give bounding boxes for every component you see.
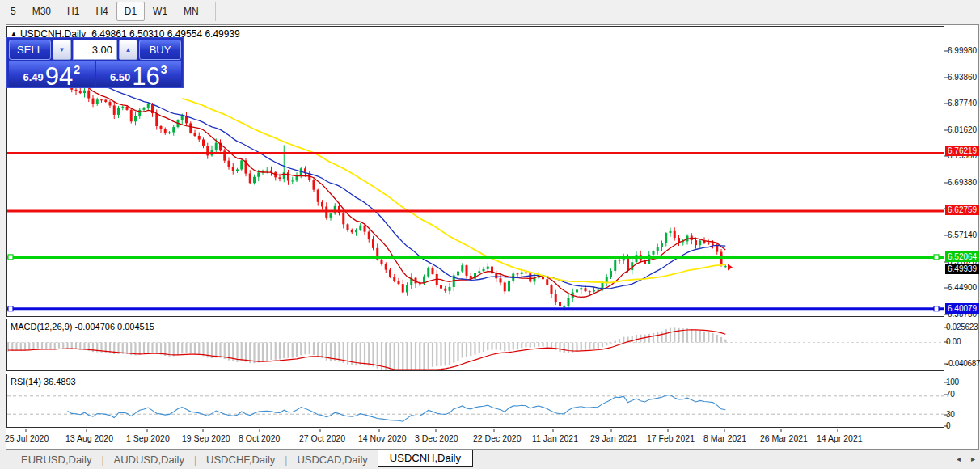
date-axis-label: 22 Dec 2020: [473, 433, 522, 443]
rsi-pane-border: [7, 374, 944, 428]
level-handle: [8, 306, 13, 311]
volume-input[interactable]: [73, 40, 117, 60]
tab-usdcad[interactable]: USDCAD,Daily: [287, 451, 377, 468]
date-axis-label: 1 Sep 2020: [126, 433, 170, 443]
macd-axis-label: 0.025623: [946, 323, 978, 332]
date-axis-label: 8 Mar 2021: [703, 433, 746, 443]
date-axis-label: 25 Jul 2020: [5, 433, 49, 443]
buy-quote-button[interactable]: 6.50163: [96, 61, 182, 87]
price-level-label: 6.76219: [945, 146, 979, 156]
level-handle: [8, 255, 13, 260]
rsi-axis-label: 100: [946, 378, 959, 387]
mt4-window: 5M30H1H4D1W1MN ▲USDCNH,Daily6.49861 6.50…: [0, 0, 980, 469]
rsi-axis-label: 0: [946, 421, 950, 430]
tab-usdcnh[interactable]: USDCNH,Daily: [378, 450, 473, 467]
timeframe-button-H4[interactable]: H4: [87, 2, 116, 21]
buy-price-big: 16: [132, 66, 159, 87]
sell-price-small: 6.49: [23, 71, 43, 83]
sell-button[interactable]: SELL: [9, 40, 51, 60]
rsi-axis-label: 30: [946, 410, 955, 419]
tab-usdchf[interactable]: USDCHF,Daily: [196, 451, 285, 468]
price-axis-label: 6.93860: [948, 73, 977, 82]
timeframe-button-M30[interactable]: M30: [24, 2, 59, 21]
timeframe-button-H1[interactable]: H1: [59, 2, 87, 21]
rsi-axis-label: 70: [946, 390, 955, 399]
price-level-label: 6.62759: [945, 205, 979, 215]
level-handle: [934, 255, 939, 260]
tab-eurusd[interactable]: EURUSD,Daily: [11, 451, 101, 468]
toolbar-separator: [215, 2, 216, 21]
price-level-label: 6.40079: [945, 303, 979, 314]
date-axis-label: 11 Jan 2021: [532, 433, 578, 443]
volume-increase-icon[interactable]: ▲: [119, 40, 137, 60]
date-axis-label: 27 Oct 2020: [299, 433, 345, 443]
macd-axis-label: -0.040687: [946, 359, 980, 368]
sell-price-sup: 2: [74, 63, 80, 76]
tab-scroll-right-icon[interactable]: ▸: [971, 455, 975, 463]
chart-tab-bar: EURUSD,Daily|AUDUSD,Daily|USDCHF,Daily|U…: [0, 450, 980, 469]
buy-button[interactable]: BUY: [139, 40, 181, 60]
date-axis-label: 13 Aug 2020: [65, 433, 113, 443]
tab-scroll-arrows: ◂ ▸: [957, 455, 975, 463]
price-axis-label: 6.69380: [948, 178, 977, 187]
macd-axis-label: 0.00: [946, 337, 961, 346]
price-axis-label: 6.44900: [948, 283, 977, 292]
timeframe-button-W1[interactable]: W1: [145, 2, 175, 21]
timeframe-button-D1[interactable]: D1: [116, 2, 145, 21]
price-level-label: 6.49939: [945, 264, 979, 274]
date-axis-label: 3 Dec 2020: [415, 433, 458, 443]
sell-quote-button[interactable]: 6.49942: [9, 61, 95, 87]
tab-scroll-left-icon[interactable]: ◂: [957, 455, 961, 463]
level-handle: [934, 306, 939, 311]
timeframe-button-5[interactable]: 5: [2, 2, 24, 21]
volume-decrease-icon[interactable]: ▼: [53, 40, 71, 60]
date-axis-label: 17 Feb 2021: [647, 433, 695, 443]
date-axis-label: 8 Oct 2020: [239, 433, 280, 443]
date-axis-label: 14 Apr 2021: [817, 433, 863, 443]
date-axis-label: 29 Jan 2021: [590, 433, 637, 443]
macd-indicator-label: MACD(12,26,9) -0.004706 0.004515: [11, 322, 154, 332]
price-axis-label: 6.87740: [948, 99, 977, 108]
one-click-trade-panel: SELL ▼ ▲ BUY 6.49942 6.50163: [6, 37, 184, 88]
buy-price-small: 6.50: [110, 71, 130, 83]
date-axis-label: 14 Nov 2020: [358, 433, 407, 443]
rsi-indicator-label: RSI(14) 36.4893: [11, 377, 76, 387]
sell-price-big: 94: [45, 66, 73, 87]
price-axis-label: 6.99980: [948, 46, 977, 55]
price-axis-label: 6.57140: [948, 230, 977, 239]
price-axis-label: 6.81620: [948, 125, 977, 134]
date-axis-label: 26 Mar 2021: [760, 433, 808, 443]
chart-tabs: EURUSD,Daily|AUDUSD,Daily|USDCHF,Daily|U…: [11, 451, 473, 468]
date-axis-label: 19 Sep 2020: [182, 433, 230, 443]
panel-collapse-icon[interactable]: ▲: [11, 30, 17, 37]
timeframe-toolbar: 5M30H1H4D1W1MN: [0, 0, 980, 23]
timeframe-button-MN[interactable]: MN: [175, 2, 207, 21]
buy-price-sup: 3: [161, 63, 167, 76]
tab-audusd[interactable]: AUDUSD,Daily: [104, 451, 194, 468]
price-level-label: 6.52064: [945, 251, 979, 262]
